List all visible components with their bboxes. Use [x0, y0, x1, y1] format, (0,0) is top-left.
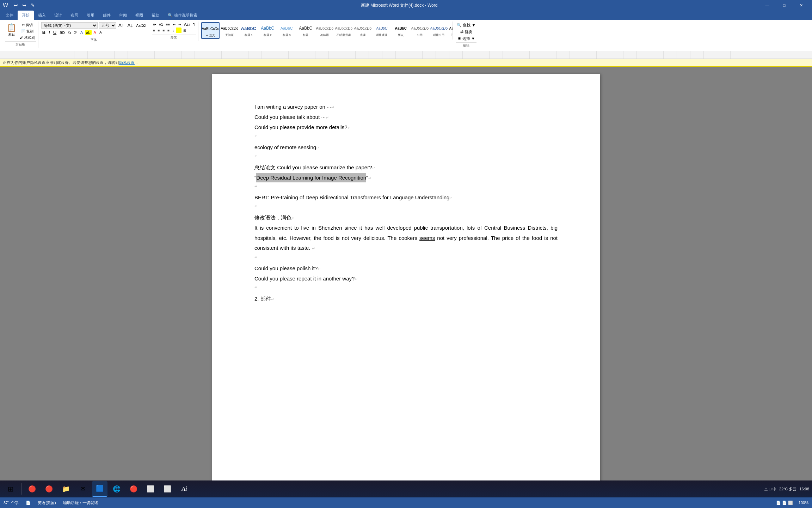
close-button[interactable]: ✕	[793, 0, 809, 11]
tab-view[interactable]: 视图	[131, 11, 147, 20]
style-normal[interactable]: AaBbCcDo ↵ 正文	[201, 22, 220, 39]
style-strong[interactable]: AaBbC 要点	[392, 22, 410, 39]
document-area[interactable]: I am writing a survey paper on ··· ↵ Cou…	[0, 67, 812, 484]
replace-button[interactable]: ⇄ 替换	[456, 29, 476, 35]
shading-button[interactable]	[176, 28, 182, 33]
style-h2[interactable]: AaBbC 标题 2	[258, 22, 277, 39]
paste-button[interactable]: 📋 粘贴	[5, 22, 18, 38]
tab-help[interactable]: 帮助	[147, 11, 164, 20]
line-2: Could you please talk about ··· ↵	[254, 112, 558, 122]
style-h1[interactable]: AaBbC 标题 1	[239, 22, 258, 39]
style-h3[interactable]: AaBbC 标题 3	[277, 22, 296, 39]
taskbar-app-blue[interactable]: 🟦	[92, 481, 107, 497]
style-em[interactable]: AaBbCcDo 强调	[353, 22, 372, 39]
tab-search[interactable]: 🔍 操作说明搜索	[164, 11, 202, 20]
save-button[interactable]: ✎	[29, 2, 36, 9]
tab-layout[interactable]: 布局	[66, 11, 82, 20]
zoom-level[interactable]: 100%	[799, 501, 808, 505]
line-spacing-button[interactable]: ↕	[171, 28, 175, 33]
border-button[interactable]: ⊞	[182, 28, 187, 33]
highlight-button[interactable]: ab	[85, 30, 91, 35]
taskbar-app-folder[interactable]: 📁	[58, 481, 74, 497]
line-polish-text: Could you please polish it?	[254, 264, 318, 273]
para-mark-modify: ↵	[291, 215, 295, 222]
line-deep-residual: "Deep Residual Learning for Image Recogn…	[254, 173, 558, 182]
style-nospacing[interactable]: AaBbCcDo 无间距	[220, 22, 239, 39]
document-page[interactable]: I am writing a survey paper on ··· ↵ Cou…	[212, 74, 600, 484]
numbering-button[interactable]: ≡1	[158, 22, 164, 27]
decrease-indent-button[interactable]: ⇤	[172, 22, 177, 27]
underline-button[interactable]: U	[52, 29, 57, 35]
style-subtitle[interactable]: AaBbCcDo 副标题	[315, 22, 334, 39]
font-color-button[interactable]: A	[93, 30, 97, 35]
start-button[interactable]: ⊞	[3, 481, 18, 497]
align-left-button[interactable]: ≡	[152, 28, 156, 33]
taskbar-app-square1[interactable]: ⬜	[143, 481, 158, 497]
style-intense-em[interactable]: AaBbC 明显强调	[373, 22, 391, 39]
maximize-button[interactable]: □	[776, 0, 792, 11]
cut-button[interactable]: ✂ 剪切	[19, 22, 36, 28]
clear-format-button[interactable]: Aa⌫	[135, 23, 146, 28]
font-name-select[interactable]: 等线 (西文正文)	[41, 22, 98, 29]
undo-button[interactable]: ↩	[12, 2, 19, 9]
align-right-button[interactable]: ≡	[161, 28, 166, 33]
page-indicator: 📄	[26, 501, 31, 505]
tab-insert[interactable]: 插入	[34, 11, 50, 20]
strikethrough-button[interactable]: ab	[59, 29, 66, 35]
style-quote[interactable]: AaBbCcDo 引用	[411, 22, 429, 39]
para-mark-bert: ↵	[449, 195, 453, 202]
bold-button[interactable]: B	[41, 29, 47, 35]
privacy-link[interactable]: 隐私设置	[119, 60, 135, 65]
window-title: 新建 Microsoft Word 文档(4).docx - Word	[39, 2, 759, 8]
grow-font-button[interactable]: A↑	[117, 22, 125, 29]
format-painter-button[interactable]: 🖌 格式刷	[19, 35, 36, 41]
tab-mail[interactable]: 邮件	[99, 11, 115, 20]
accessibility-indicator[interactable]: 辅助功能：一切就绪	[63, 500, 98, 506]
taskbar-app-red3[interactable]: 🔴	[126, 481, 141, 497]
char-shading-button[interactable]: A	[98, 30, 103, 35]
sort-button[interactable]: AZ↑	[183, 22, 191, 27]
redo-button[interactable]: ↪	[21, 2, 28, 9]
find-button[interactable]: 🔍 查找 ▼	[456, 22, 476, 28]
tab-design[interactable]: 设计	[50, 11, 66, 20]
subscript-button[interactable]: x₂	[67, 30, 72, 35]
style-intense-quote[interactable]: AaBbCcDo 明显引用	[430, 22, 448, 39]
style-subtle-ref[interactable]: AaBbCcDo 不明显参考	[449, 22, 453, 39]
para-mark-polish: ↵	[318, 266, 321, 273]
taskbar-app-mail[interactable]: ✉	[75, 481, 91, 497]
taskbar-app-square2[interactable]: ⬜	[160, 481, 175, 497]
minimize-button[interactable]: —	[759, 0, 775, 11]
style-h1-label: 标题 1	[245, 33, 253, 37]
ai-label-button[interactable]: Ai	[177, 481, 192, 497]
font-size-select[interactable]: 五号	[99, 22, 116, 29]
show-formatting-button[interactable]: ¶	[192, 22, 196, 27]
taskbar-app-red1[interactable]: 🔴	[24, 481, 40, 497]
tab-review[interactable]: 审阅	[115, 11, 131, 20]
tab-references[interactable]: 引用	[82, 11, 99, 20]
tab-home[interactable]: 开始	[18, 11, 34, 20]
taskbar-app-browser[interactable]: 🌐	[109, 481, 124, 497]
tab-file[interactable]: 文件	[1, 11, 18, 20]
view-buttons: 📄 📄 ⬜	[776, 501, 793, 505]
increase-indent-button[interactable]: ⇥	[177, 22, 182, 27]
language-indicator[interactable]: 英语(美国)	[38, 500, 56, 506]
justify-button[interactable]: ≡	[166, 28, 171, 33]
text-effect-button[interactable]: A	[79, 30, 84, 35]
shrink-font-button[interactable]: A↓	[126, 22, 134, 29]
multilevel-list-button[interactable]: ≡≡	[165, 22, 171, 27]
start-icon: ⊞	[8, 485, 14, 493]
style-em-preview: AaBbCcDo	[354, 23, 371, 33]
blank-para-1: ↵	[254, 133, 558, 140]
style-subtle-em[interactable]: AaBbCcDo 不明显强调	[334, 22, 353, 39]
superscript-button[interactable]: x²	[73, 30, 78, 35]
line-modify-text: 修改语法，润色	[254, 213, 291, 222]
select-button[interactable]: ▣ 选择 ▼	[456, 36, 476, 42]
style-title[interactable]: AaBbC 标题	[296, 22, 315, 39]
bullets-button[interactable]: ≡•	[152, 22, 157, 27]
italic-button[interactable]: I	[48, 29, 51, 35]
taskbar-app-red2[interactable]: 🔴	[41, 481, 57, 497]
copy-button[interactable]: 📄 复制	[19, 29, 36, 34]
title-bar: W ↩ ↪ ✎ 新建 Microsoft Word 文档(4).docx - W…	[0, 0, 812, 11]
style-h3-preview: AaBbC	[281, 23, 293, 33]
align-center-button[interactable]: ≡	[157, 28, 161, 33]
